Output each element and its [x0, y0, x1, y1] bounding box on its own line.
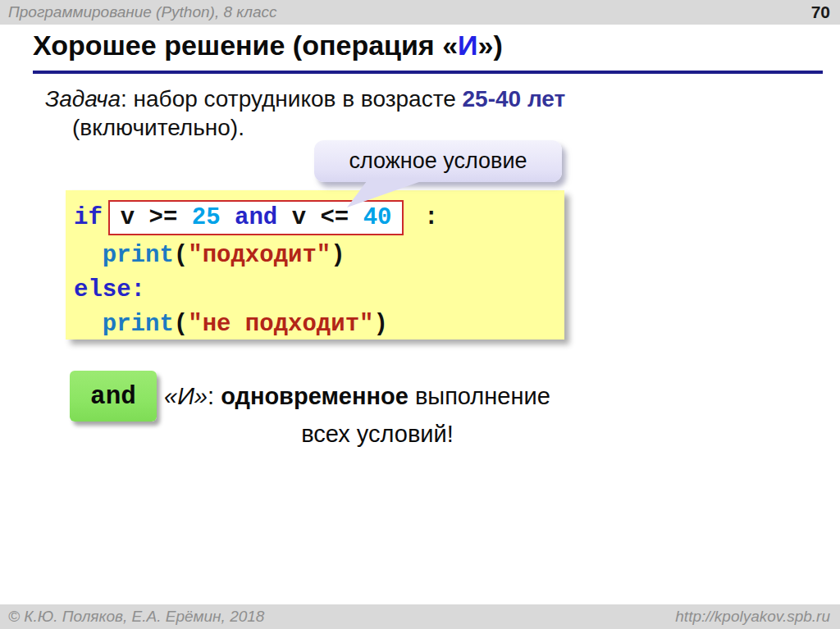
task-statement-line2: (включительно). [72, 115, 244, 141]
and-keyword-badge: and [70, 371, 157, 422]
keyword-and: and [221, 204, 292, 231]
print-function: print [103, 311, 174, 338]
paren-close: ) [331, 242, 345, 269]
code-block: ifv >= 25 and v <= 40 : print("подходит"… [66, 190, 564, 340]
indent [74, 242, 103, 269]
cond-num1: 25 [192, 204, 221, 231]
paren-open: ( [174, 242, 188, 269]
note-colon: : [208, 383, 221, 409]
keyword-if: if [74, 204, 103, 231]
callout-tail [324, 175, 439, 210]
paren-close: ) [373, 311, 387, 338]
and-explanation-line1: «И»: одновременное выполнение [164, 377, 591, 415]
footer-url: http://kpolyakov.spb.ru [675, 608, 830, 626]
and-badge-label: and [90, 382, 136, 411]
string-literal-true: "подходит" [188, 242, 331, 269]
string-literal-false: "не подходит" [188, 311, 373, 338]
code-line-else: else: [74, 272, 564, 307]
code-line-print-false: print("не подходит") [74, 307, 564, 341]
slide-title-accent: И [458, 30, 477, 61]
callout-text: сложное условие [349, 148, 527, 174]
header-bar: Программирование (Python), 8 класс 70 [0, 0, 840, 25]
note-bold-word: одновременное [221, 383, 409, 409]
and-explanation-line2: всех условий! [164, 415, 591, 453]
task-text: : набор сотрудников в возрасте [121, 86, 463, 112]
code-line-if: ifv >= 25 and v <= 40 : [74, 197, 564, 238]
title-underline-rule [33, 71, 823, 74]
code-line-print-true: print("подходит") [74, 238, 564, 272]
note-rest: выполнение [409, 383, 550, 409]
course-title: Программирование (Python), 8 класс [8, 3, 277, 21]
slide-title-text: Хорошее решение (операция « [33, 30, 458, 61]
presentation-slide: Программирование (Python), 8 класс 70 Хо… [0, 0, 840, 629]
task-statement: Задача: набор сотрудников в возрасте 25-… [45, 84, 565, 115]
slide-title-suffix: ») [478, 30, 503, 61]
task-age-range: 25-40 лет [463, 86, 566, 112]
page-number: 70 [811, 2, 830, 22]
and-explanation: «И»: одновременное выполнение всех услов… [164, 377, 591, 453]
and-russian-name: «И» [164, 383, 208, 409]
cond-var1: v >= [121, 204, 192, 231]
keyword-else: else: [74, 276, 145, 303]
footer-bar: © К.Ю. Поляков, Е.А. Ерёмин, 2018 http:/… [0, 604, 840, 629]
paren-open: ( [174, 311, 188, 338]
print-function: print [103, 242, 174, 269]
task-label: Задача [45, 86, 121, 112]
indent [74, 311, 103, 338]
footer-copyright: © К.Ю. Поляков, Е.А. Ерёмин, 2018 [8, 608, 264, 626]
slide-title: Хорошее решение (операция «И») [33, 30, 503, 62]
